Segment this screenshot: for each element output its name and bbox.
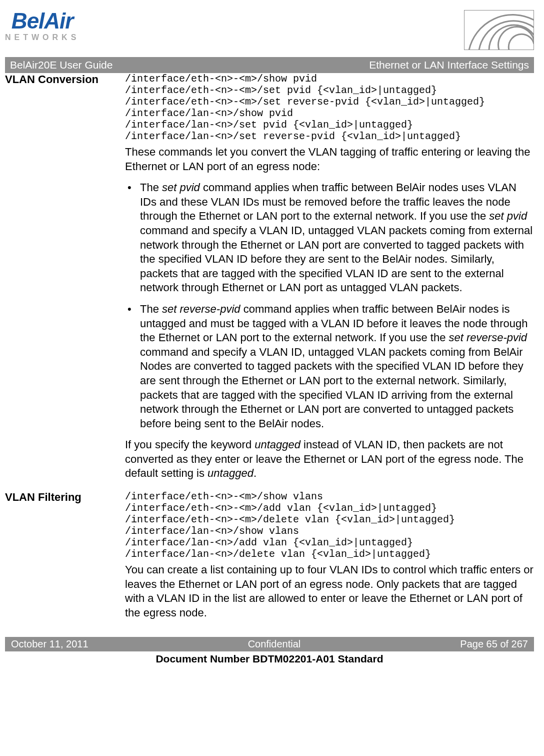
- para-intro: These commands let you convert the VLAN …: [125, 145, 534, 174]
- logo-arc-icon: [464, 10, 534, 52]
- letterhead: BelAir NETWORKS: [5, 10, 534, 57]
- title-bar: BelAir20E User Guide Ethernet or LAN Int…: [5, 57, 534, 73]
- footer-page: Page 65 of 267: [460, 638, 528, 650]
- footer-docnum: Document Number BDTM02201-A01 Standard: [5, 651, 534, 666]
- bullet-set-pvid: The set pvid command applies when traffi…: [125, 181, 534, 295]
- heading-vlan-conversion: VLAN Conversion: [5, 73, 125, 86]
- footer-date: October 11, 2011: [11, 638, 88, 650]
- logo-sub-text: NETWORKS: [5, 33, 80, 42]
- para-vlan-filtering: You can create a list containing up to f…: [125, 563, 534, 620]
- cmd-block-vlan-filtering: /interface/eth-<n>-<m>/show vlans /inter…: [125, 491, 534, 560]
- heading-vlan-filtering: VLAN Filtering: [5, 491, 125, 504]
- logo-brand-text: BelAir: [12, 10, 74, 32]
- footer: October 11, 2011 Confidential Page 65 of…: [5, 637, 534, 666]
- footer-confidential: Confidential: [248, 638, 301, 650]
- section-title: Ethernet or LAN Interface Settings: [369, 59, 529, 71]
- guide-title: BelAir20E User Guide: [10, 59, 112, 71]
- bullet-set-reverse-pvid: The set reverse-pvid command applies whe…: [125, 302, 534, 431]
- logo-belair: BelAir NETWORKS: [5, 10, 80, 42]
- para-outro: If you specify the keyword untagged inst…: [125, 438, 534, 481]
- cmd-block-vlan-conversion: /interface/eth-<n>-<m>/show pvid /interf…: [125, 73, 534, 142]
